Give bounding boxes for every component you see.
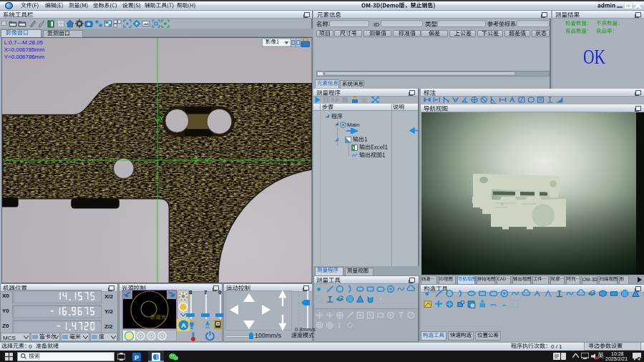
svg-text:Y: Y — [159, 114, 164, 122]
svg-text:X: X — [205, 157, 210, 165]
svg-text:A: A — [181, 322, 186, 329]
svg-text:X=0.006785mm: X=0.006785mm — [4, 47, 45, 53]
svg-text:P: P — [135, 353, 139, 361]
svg-text:L:0.7---M:28.05: L:0.7---M:28.05 — [4, 39, 44, 46]
svg-text:Y=0.006786mm: Y=0.006786mm — [4, 54, 45, 60]
